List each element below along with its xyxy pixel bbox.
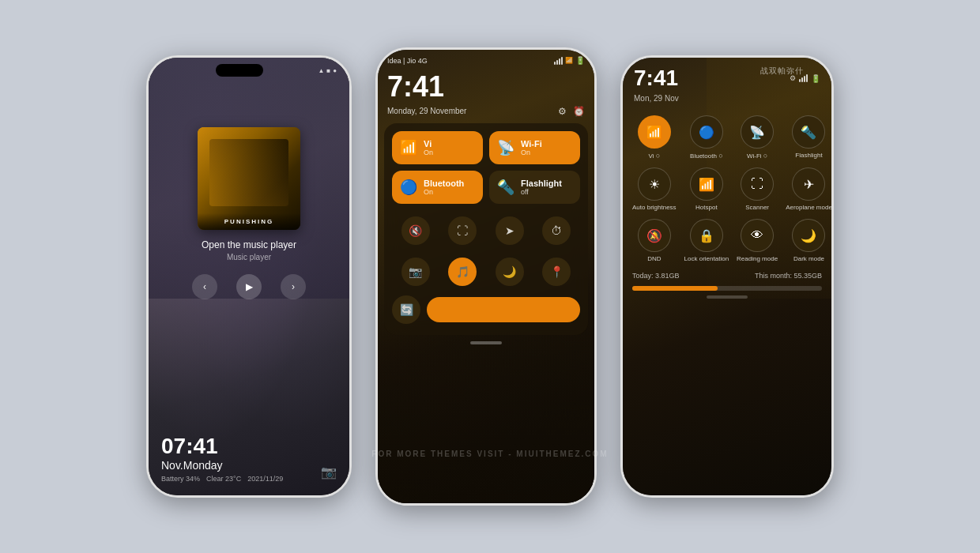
control-row-2: 🔵 Bluetooth On 🔦 Flashlight off (392, 171, 580, 204)
icon-row-1: 🔇 ⛶ ➤ ⏱ (392, 210, 580, 251)
prev-button[interactable]: ‹ (192, 274, 217, 299)
wifi-tile[interactable]: 📡 Wi-Fi On (489, 131, 580, 164)
brightness-quick-icon: ☀ (638, 167, 671, 201)
quick-vi[interactable]: 📶 Vi ○ (632, 115, 677, 160)
phone1-notch (216, 64, 263, 77)
handle-bar (470, 341, 502, 344)
battery-label: Battery 34% (161, 475, 200, 483)
flashlight-tile[interactable]: 🔦 Flashlight off (489, 171, 580, 204)
aeroplane-quick-label: Aeroplane mode (786, 204, 832, 211)
dark-mode-quick-label: Dark mode (793, 255, 824, 262)
phone2-status-icons: 📶🔋 (554, 56, 585, 65)
quick-dark-mode[interactable]: 🌙 Dark mode (786, 219, 832, 262)
phone1-status-icons: ▲■● (318, 67, 337, 74)
phone2-top-icons: ⚙ ⏰ (558, 106, 585, 117)
flashlight-label: Flashlight (521, 179, 572, 188)
settings-icon-p3[interactable]: ⚙ (790, 74, 796, 82)
scanner-quick-label: Scanner (745, 204, 769, 211)
wifi-status: On (521, 149, 572, 156)
camera-icon[interactable]: 📷 (321, 465, 337, 480)
phone2-carrier: Idea | Jio 4G (387, 57, 428, 65)
flashlight-quick-icon: 🔦 (792, 115, 825, 149)
datetime-label: 2021/11/29 (247, 475, 283, 483)
quick-reading[interactable]: 👁 Reading mode (737, 219, 778, 262)
icon-row-2: 📷 🎵 🌙 📍 (392, 251, 580, 292)
phone1-status-bar: ▲■● (149, 58, 349, 80)
maps-btn[interactable]: 📍 (542, 258, 571, 286)
bottom-handle (378, 335, 594, 351)
lock-orient-quick-icon: 🔒 (690, 219, 723, 252)
phone3-time: 7:41 (634, 66, 678, 91)
flashlight-icon: 🔦 (497, 179, 514, 196)
moon-btn[interactable]: 🌙 (496, 258, 524, 286)
dark-mode-quick-icon: 🌙 (792, 219, 825, 252)
data-month: This month: 55.35GB (755, 272, 822, 280)
aeroplane-quick-icon: ✈ (792, 167, 825, 201)
quick-wifi[interactable]: 📡 Wi-Fi ○ (737, 115, 778, 160)
weather-label: Clear 23°C (206, 475, 241, 483)
phone1-date: Nov.Monday (161, 459, 337, 472)
wifi-quick-icon: 📡 (741, 115, 774, 149)
music-btn[interactable]: 🎵 (448, 258, 477, 286)
phone2-date-row: Monday, 29 November ⚙ ⏰ (378, 106, 594, 123)
phone3-status: 7:41 ⚙ 🔋 (623, 58, 831, 94)
next-button[interactable]: › (281, 274, 306, 299)
vi-status: On (424, 149, 475, 156)
bluetooth-quick-icon: 🔵 (690, 115, 723, 149)
scan-btn[interactable]: ⛶ (448, 216, 477, 245)
quick-scanner[interactable]: ⛶ Scanner (737, 167, 778, 211)
vi-quick-icon: 📶 (638, 115, 671, 149)
data-progress-bar (632, 286, 822, 291)
hotspot-quick-icon: 📶 (690, 167, 723, 201)
playback-controls: ‹ ▶ › (149, 274, 349, 299)
brightness-quick-label: Auto brightness (632, 204, 677, 211)
data-progress-fill (632, 286, 718, 291)
bluetooth-quick-label: Bluetooth ○ (690, 152, 722, 160)
location-btn[interactable]: ➤ (496, 216, 524, 245)
quick-brightness[interactable]: ☀ Auto brightness (632, 167, 677, 211)
timer-btn[interactable]: ⏱ (542, 216, 571, 245)
flashlight-status: off (521, 188, 572, 196)
phone1-album-section: PUNISHING (149, 127, 349, 230)
phone1-bottom: 07:41 Nov.Monday Battery 34% Clear 23°C … (149, 422, 349, 495)
quick-bluetooth[interactable]: 🔵 Bluetooth ○ (684, 115, 729, 160)
vi-tile[interactable]: 📶 Vi On (392, 131, 483, 164)
quick-aeroplane[interactable]: ✈ Aeroplane mode (786, 167, 832, 211)
quick-dnd[interactable]: 🔕 DND (632, 219, 677, 262)
flashlight-quick-label: Flashlight (795, 152, 822, 159)
dnd-quick-label: DND (647, 255, 661, 262)
refresh-btn[interactable]: 🔄 (392, 295, 420, 324)
brightness-slider[interactable] (427, 297, 580, 322)
play-button[interactable]: ▶ (236, 274, 262, 299)
bluetooth-tile[interactable]: 🔵 Bluetooth On (392, 171, 483, 204)
data-usage-row: Today: 3.81GB This month: 55.35GB (623, 269, 831, 286)
wifi-label: Wi-Fi (521, 139, 572, 149)
quick-grid: 📶 Vi ○ 🔵 Bluetooth ○ 📡 Wi-Fi ○ 🔦 Flashli… (623, 109, 831, 269)
hotspot-quick-label: Hotspot (695, 204, 718, 211)
control-row-1: 📶 Vi On 📡 Wi-Fi On (392, 131, 580, 164)
phone2-time: 7:41 (378, 68, 594, 106)
vi-icon: 📶 (400, 139, 417, 156)
phone3-status-icons: ⚙ 🔋 (790, 74, 820, 83)
alarm-icon[interactable]: ⏰ (573, 106, 585, 117)
bluetooth-label: Bluetooth (424, 179, 475, 188)
song-subtitle: Music player (149, 253, 349, 261)
vi-label: Vi (424, 139, 475, 149)
quick-lock-orient[interactable]: 🔒 Lock orientation (684, 219, 729, 262)
quick-flashlight[interactable]: 🔦 Flashlight (786, 115, 832, 160)
phone1-meta: Battery 34% Clear 23°C 2021/11/29 (161, 475, 337, 483)
song-info: Open the music player Music player (149, 239, 349, 261)
camera-btn[interactable]: 📷 (401, 258, 430, 286)
album-art[interactable]: PUNISHING (198, 127, 300, 230)
lock-orient-quick-label: Lock orientation (684, 255, 729, 262)
data-today: Today: 3.81GB (632, 272, 680, 280)
settings-icon[interactable]: ⚙ (558, 106, 567, 117)
phone-3: 战双帕弥什 7:41 ⚙ 🔋 Mon, 29 Nov 📶 Vi ○ (620, 55, 834, 498)
wifi-icon: 📡 (497, 139, 514, 156)
phone2-status-bar: Idea | Jio 4G 📶🔋 (378, 50, 594, 68)
song-title: Open the music player (149, 239, 349, 250)
album-title: PUNISHING (202, 218, 296, 225)
quick-hotspot[interactable]: 📶 Hotspot (684, 167, 729, 211)
mute-btn[interactable]: 🔇 (401, 216, 430, 245)
wifi-quick-label: Wi-Fi ○ (747, 152, 767, 160)
